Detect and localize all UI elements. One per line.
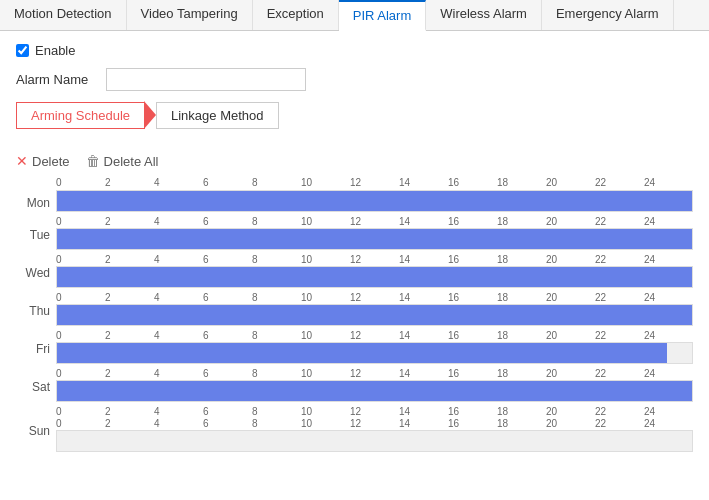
schedule-wrapper-mon [56, 190, 693, 216]
hour-label: 22 [595, 177, 644, 188]
hour-marker: 18 [497, 368, 546, 379]
schedule-row-sat: Sat024681012141618202224 [16, 368, 693, 406]
schedule-wrapper-sun: 0246810121416182022240246810121416182022… [56, 406, 693, 456]
schedule-row-thu: Thu024681012141618202224 [16, 292, 693, 330]
schedule-wrapper-fri: 024681012141618202224 [56, 330, 693, 368]
hour-marker: 12 [350, 418, 399, 429]
hour-marker: 10 [301, 406, 350, 417]
hour-marker: 16 [448, 292, 497, 303]
hour-marker: 18 [497, 216, 546, 227]
hour-label: 2 [105, 177, 154, 188]
hour-marker: 4 [154, 330, 203, 341]
hour-marker: 6 [203, 418, 252, 429]
hour-marker: 10 [301, 368, 350, 379]
hour-marker: 20 [546, 292, 595, 303]
hour-marker: 0 [56, 330, 105, 341]
hour-label: 12 [350, 177, 399, 188]
hour-marker: 24 [644, 254, 693, 265]
enable-label: Enable [35, 43, 75, 58]
hour-marker: 24 [644, 330, 693, 341]
hour-marker: 22 [595, 406, 644, 417]
hour-markers: 024681012141618202224 [56, 368, 693, 379]
hour-marker: 14 [399, 292, 448, 303]
hour-marker: 22 [595, 254, 644, 265]
alarm-name-row: Alarm Name [16, 68, 693, 91]
hour-marker: 24 [644, 418, 693, 429]
hour-marker: 2 [105, 418, 154, 429]
tab-emergency[interactable]: Emergency Alarm [542, 0, 674, 30]
tab-pir[interactable]: PIR Alarm [339, 0, 427, 31]
enable-checkbox[interactable] [16, 44, 29, 57]
form-area: Enable Alarm Name Arming ScheduleLinkage… [0, 31, 709, 147]
hour-marker: 24 [644, 292, 693, 303]
schedule-bar[interactable] [56, 430, 693, 452]
hour-marker: 4 [154, 406, 203, 417]
hour-marker: 2 [105, 292, 154, 303]
schedule-fill [57, 229, 692, 249]
hour-marker: 20 [546, 406, 595, 417]
hour-marker: 16 [448, 216, 497, 227]
alarm-name-label: Alarm Name [16, 72, 96, 87]
tab-tamper[interactable]: Video Tampering [127, 0, 253, 30]
hour-marker: 8 [252, 368, 301, 379]
hour-marker: 14 [399, 216, 448, 227]
delete-label: Delete [32, 154, 70, 169]
hour-label: 18 [497, 177, 546, 188]
day-label-sat: Sat [16, 380, 56, 394]
hour-marker: 18 [497, 330, 546, 341]
schedule-bar[interactable] [56, 304, 693, 326]
hour-marker: 0 [56, 254, 105, 265]
hour-marker: 2 [105, 254, 154, 265]
hour-marker: 10 [301, 330, 350, 341]
hour-marker: 22 [595, 292, 644, 303]
hour-marker: 12 [350, 368, 399, 379]
schedule-bar[interactable] [56, 380, 693, 402]
hour-labels-row: 024681012141618202224 [16, 177, 693, 188]
tab-bar: Motion DetectionVideo TamperingException… [0, 0, 709, 31]
hour-marker: 0 [56, 216, 105, 227]
hour-marker: 8 [252, 418, 301, 429]
hour-markers: 024681012141618202224 [56, 292, 693, 303]
hour-marker: 4 [154, 254, 203, 265]
hour-marker: 22 [595, 368, 644, 379]
schedule-fill [57, 191, 692, 211]
schedule-row-mon: Mon [16, 190, 693, 216]
hour-marker: 6 [203, 216, 252, 227]
hour-marker: 12 [350, 330, 399, 341]
hour-marker: 4 [154, 216, 203, 227]
tab-motion[interactable]: Motion Detection [0, 0, 127, 30]
delete-all-button[interactable]: 🗑 Delete All [86, 153, 159, 169]
schedule-wrapper-tue: 024681012141618202224 [56, 216, 693, 254]
day-label-thu: Thu [16, 304, 56, 318]
hour-marker: 18 [497, 292, 546, 303]
hour-marker: 10 [301, 254, 350, 265]
hour-marker: 18 [497, 418, 546, 429]
schedule-bar[interactable] [56, 266, 693, 288]
delete-button[interactable]: ✕ Delete [16, 153, 70, 169]
hour-marker: 10 [301, 292, 350, 303]
hour-marker: 20 [546, 368, 595, 379]
schedule-bar[interactable] [56, 190, 693, 212]
hour-marker: 6 [203, 254, 252, 265]
hour-marker: 0 [56, 406, 105, 417]
hour-marker: 22 [595, 330, 644, 341]
alarm-name-input[interactable] [106, 68, 306, 91]
schedule-bar[interactable] [56, 228, 693, 250]
x-icon: ✕ [16, 153, 28, 169]
action-bar: ✕ Delete 🗑 Delete All [0, 147, 709, 177]
hour-marker: 0 [56, 368, 105, 379]
sub-tab-arming[interactable]: Arming Schedule [16, 102, 145, 129]
hour-marker: 12 [350, 254, 399, 265]
hour-marker: 22 [595, 216, 644, 227]
sub-tab-linkage[interactable]: Linkage Method [156, 102, 279, 129]
tab-exception[interactable]: Exception [253, 0, 339, 30]
hour-markers: 024681012141618202224 [56, 418, 693, 429]
schedule-bar[interactable] [56, 342, 693, 364]
schedule-row-tue: Tue024681012141618202224 [16, 216, 693, 254]
schedule-row-fri: Fri024681012141618202224 [16, 330, 693, 368]
tab-wireless[interactable]: Wireless Alarm [426, 0, 542, 30]
hour-marker: 12 [350, 292, 399, 303]
hour-marker: 20 [546, 330, 595, 341]
hour-label: 20 [546, 177, 595, 188]
hour-marker: 6 [203, 330, 252, 341]
